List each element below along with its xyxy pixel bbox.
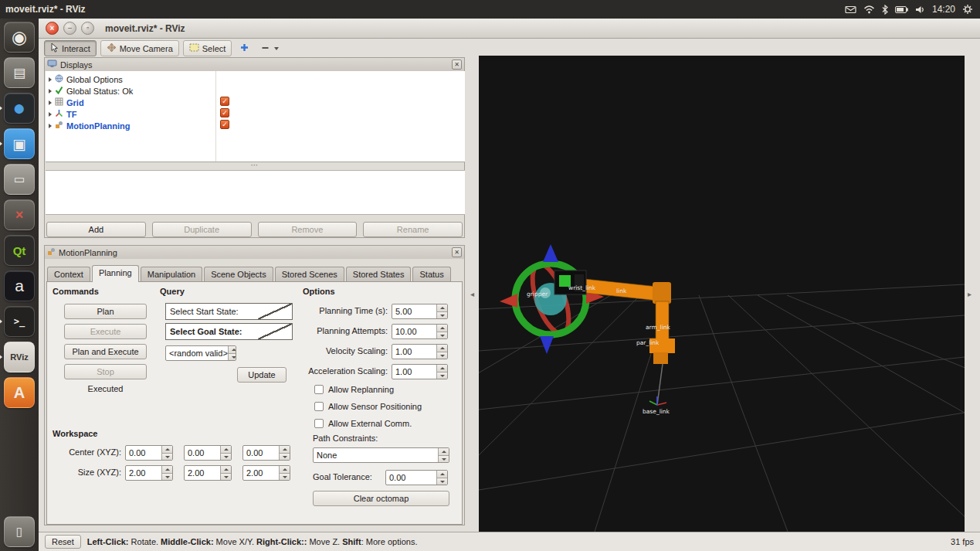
display-row-global-options[interactable]: Global Options [46, 73, 214, 85]
window-maximize-button[interactable]: ▫ [81, 22, 94, 35]
checkbox-box[interactable] [314, 385, 324, 394]
display-row-grid[interactable]: Grid [46, 97, 214, 108]
tf-enabled-checkbox[interactable]: ✓ [220, 108, 229, 117]
expand-arrow-icon[interactable] [49, 124, 52, 128]
3d-viewport[interactable]: gripper wrist_link link arm_link par_lin… [479, 56, 965, 532]
spin-down-icon[interactable] [162, 473, 172, 481]
planning-time-spinbox[interactable]: 5.00 [392, 304, 448, 319]
spin-up-icon[interactable] [280, 466, 290, 473]
size-z-spinbox[interactable]: 2.00 [242, 465, 290, 481]
spin-up-icon[interactable] [229, 346, 236, 353]
dash-home-icon[interactable]: ◉ [4, 22, 35, 53]
spin-up-icon[interactable] [437, 345, 447, 352]
acceleration-scaling-spinbox[interactable]: 1.00 [392, 364, 448, 379]
tab-stored-scenes[interactable]: Stored Scenes [275, 267, 344, 282]
spin-down-icon[interactable] [437, 478, 447, 485]
close-icon[interactable]: ✕ [452, 247, 462, 257]
panel-splitter-handle[interactable]: ⋯ [45, 162, 464, 170]
tab-context[interactable]: Context [47, 267, 90, 282]
spin-up-icon[interactable] [162, 446, 172, 453]
panel-collapse-left-arrow[interactable]: ◂ [470, 291, 474, 298]
spin-up-icon[interactable] [437, 365, 447, 372]
velocity-scaling-spinbox[interactable]: 1.00 [392, 344, 448, 359]
spin-down-icon[interactable] [439, 455, 449, 463]
center-x-spinbox[interactable]: 0.00 [125, 445, 173, 461]
size-x-spinbox[interactable]: 2.00 [125, 465, 173, 481]
execute-button[interactable]: Execute [64, 324, 147, 339]
planning-attempts-spinbox[interactable]: 10.00 [392, 324, 448, 339]
update-button[interactable]: Update [237, 367, 287, 383]
add-tool-button[interactable] [236, 40, 253, 56]
tab-manipulation[interactable]: Manipulation [141, 267, 202, 282]
spin-up-icon[interactable] [280, 446, 290, 453]
duplicate-display-button[interactable]: Duplicate [152, 222, 252, 237]
displays-panel-header[interactable]: Displays ✕ [45, 58, 464, 71]
remove-display-button[interactable]: Remove [258, 222, 358, 237]
tab-status[interactable]: Status [412, 267, 450, 282]
goal-state-combobox[interactable]: <random valid> [165, 345, 236, 361]
plan-button[interactable]: Plan [64, 304, 147, 319]
tab-scene-objects[interactable]: Scene Objects [204, 267, 273, 282]
spin-down-icon[interactable] [221, 473, 231, 481]
select-goal-state-box[interactable]: Select Goal State: [165, 323, 293, 340]
browser-icon[interactable]: ● [4, 93, 35, 124]
spin-up-icon[interactable] [221, 466, 231, 473]
checkbox-box[interactable] [314, 402, 324, 411]
displays-tree[interactable]: Global Options Global Status: Ok Grid TF [46, 71, 465, 162]
qt-creator-icon[interactable]: Qt [4, 235, 35, 266]
battery-icon[interactable] [895, 6, 908, 13]
plan-and-execute-button[interactable]: Plan and Execute [64, 344, 147, 359]
spin-down-icon[interactable] [437, 352, 447, 359]
close-icon[interactable]: ✕ [452, 60, 462, 70]
remove-tool-button[interactable] [257, 40, 283, 56]
clock[interactable]: 14:20 [932, 4, 955, 15]
allow-replanning-checkbox[interactable]: Allow Replanning [314, 385, 394, 394]
allow-sensor-positioning-checkbox[interactable]: Allow Sensor Positioning [314, 402, 422, 411]
rename-display-button[interactable]: Rename [363, 222, 463, 237]
interact-tool-button[interactable]: Interact [44, 40, 97, 56]
select-start-state-box[interactable]: Select Start State: [165, 303, 293, 320]
display-row-tf[interactable]: TF [46, 108, 214, 120]
session-gear-icon[interactable] [962, 4, 973, 15]
spin-down-icon[interactable] [221, 453, 231, 461]
spin-down-icon[interactable] [162, 453, 172, 461]
stop-button[interactable]: Stop [64, 364, 147, 379]
spin-down-icon[interactable] [437, 372, 447, 379]
expand-arrow-icon[interactable] [49, 89, 52, 94]
display-row-global-status[interactable]: Global Status: Ok [46, 85, 214, 97]
goal-tolerance-spinbox[interactable]: 0.00 [385, 470, 448, 485]
settings-icon[interactable]: × [4, 199, 35, 230]
wifi-icon[interactable] [863, 5, 875, 14]
spin-up-icon[interactable] [221, 446, 231, 453]
spin-down-icon[interactable] [437, 311, 447, 319]
spin-down-icon[interactable] [280, 473, 290, 481]
app-a-icon[interactable]: a [4, 270, 35, 301]
window-close-button[interactable]: × [46, 22, 59, 35]
spin-up-icon[interactable] [439, 448, 449, 455]
volume-icon[interactable] [915, 5, 925, 14]
clear-octomap-button[interactable]: Clear octomap [313, 491, 449, 506]
reset-button[interactable]: Reset [45, 535, 81, 549]
spin-down-icon[interactable] [437, 332, 447, 339]
editor-icon[interactable]: ▣ [4, 128, 35, 159]
spin-down-icon[interactable] [229, 353, 236, 361]
trash-icon[interactable]: ▯ [4, 516, 35, 547]
spin-up-icon[interactable] [437, 304, 447, 311]
installer-icon[interactable]: A [4, 377, 35, 408]
terminal-icon[interactable]: >_ [4, 306, 35, 337]
grid-enabled-checkbox[interactable]: ✓ [220, 97, 229, 106]
add-display-button[interactable]: Add [46, 222, 146, 237]
expand-arrow-icon[interactable] [49, 77, 52, 82]
select-tool-button[interactable]: Select [183, 40, 232, 56]
allow-external-comm-checkbox[interactable]: Allow External Comm. [314, 419, 412, 428]
display-row-motionplanning[interactable]: MotionPlanning [46, 120, 214, 131]
panel-collapse-right-arrow[interactable]: ▸ [968, 291, 972, 298]
spin-up-icon[interactable] [162, 466, 172, 473]
files-icon[interactable]: ▤ [4, 57, 35, 88]
spin-up-icon[interactable] [437, 471, 447, 478]
tab-planning[interactable]: Planning [92, 265, 139, 282]
motionplanning-enabled-checkbox[interactable]: ✓ [220, 120, 229, 129]
tab-stored-states[interactable]: Stored States [346, 267, 412, 282]
path-constraints-combobox[interactable]: None [313, 447, 449, 463]
center-z-spinbox[interactable]: 0.00 [242, 445, 290, 461]
